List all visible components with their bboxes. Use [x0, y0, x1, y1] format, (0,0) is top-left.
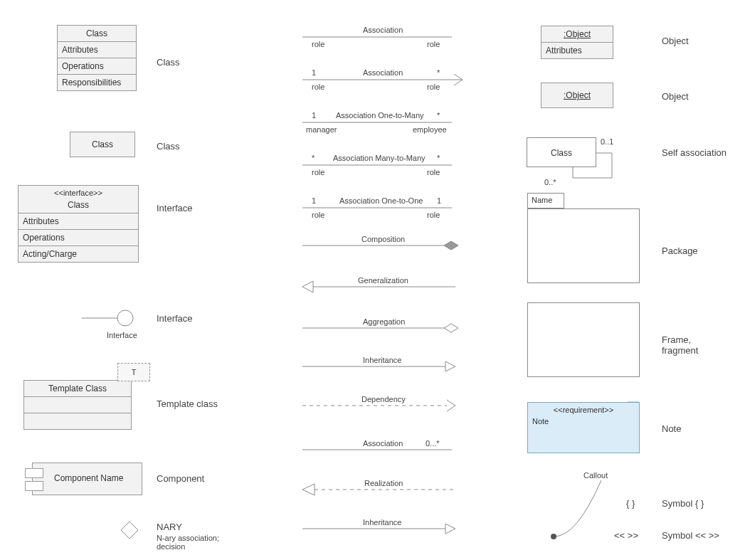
inheritance2-arrow-icon	[445, 524, 455, 534]
note-stereo: <<requirement>>	[528, 403, 639, 417]
inheritance2-label: Inheritance	[363, 518, 401, 527]
assoc5-multL: 1	[312, 196, 316, 205]
assoc4-multL: *	[312, 154, 315, 162]
assoc2-multR: *	[437, 68, 440, 77]
object2-title: :Object	[541, 83, 613, 107]
class-simple-title: Class	[70, 132, 134, 157]
assoc2-roleL: role	[312, 83, 324, 91]
template-title: Template Class	[24, 381, 131, 397]
assoc5-roleL: role	[312, 211, 324, 219]
assoc3-roleL: manager	[306, 125, 337, 134]
class-full-resp: Responsibilities	[58, 75, 136, 90]
class-full-title: Class	[58, 26, 136, 42]
object2-box: :Object	[541, 83, 613, 108]
assoc1-roleL: role	[312, 40, 324, 48]
assoc2-roleR: role	[427, 83, 440, 91]
interface-title: Class	[19, 197, 138, 213]
label-object2: Object	[662, 91, 689, 102]
note-box: <<requirement>> Note	[527, 402, 640, 453]
assoc2-arrow-icon	[454, 74, 463, 85]
package-tab: Name	[527, 193, 564, 208]
template-class-box: Template Class	[23, 380, 132, 430]
class-full-attr: Attributes	[58, 42, 136, 58]
class-full-box: Class Attributes Operations Responsibili…	[57, 25, 137, 91]
label-interface2: Interface	[157, 313, 193, 324]
template-row2	[24, 413, 131, 429]
inheritance-arrow-icon	[445, 361, 455, 371]
assoc5-multR: 1	[437, 196, 441, 205]
label-symbol-braces: Symbol { }	[662, 498, 704, 509]
frame-body	[527, 302, 640, 377]
interface-ops: Operations	[19, 230, 138, 246]
callout-curve	[554, 480, 601, 537]
label-frame: Frame, fragment	[662, 334, 726, 356]
note-body: Note	[528, 417, 639, 426]
interface-attr: Attributes	[19, 213, 138, 230]
assoc1-label: Association	[363, 26, 403, 34]
label-interface1: Interface	[157, 203, 193, 213]
inheritance-label: Inheritance	[363, 356, 401, 364]
label-selfassoc: Self association	[662, 147, 726, 158]
assoc2-label: Association	[363, 68, 403, 77]
assoc4-roleL: role	[312, 168, 324, 176]
assoc4-multR: *	[437, 154, 440, 162]
assoc-mult-mult: 0...*	[426, 439, 440, 448]
realization-arrow-icon	[302, 484, 315, 495]
class-simple-box: Class	[70, 132, 135, 157]
selfassoc-mult-top: 0..1	[601, 137, 613, 146]
label-class1: Class	[157, 57, 180, 68]
callout-dot-icon	[551, 534, 556, 539]
package-body	[527, 208, 640, 283]
generalization-arrow-icon	[302, 281, 313, 292]
template-param: T	[117, 363, 150, 381]
symbol-angles: << >>	[614, 530, 638, 541]
component-box: Component Name	[32, 463, 142, 495]
interface-stereo: <<interface>>	[19, 186, 138, 197]
component-port1-icon	[25, 468, 43, 478]
assoc4-label: Association Many-to-Many	[333, 154, 426, 162]
label-package: Package	[662, 245, 698, 256]
class-full-ops: Operations	[58, 58, 136, 75]
object1-title: :Object	[541, 26, 613, 43]
label-nary: NARY	[157, 522, 182, 532]
assoc5-roleR: role	[427, 211, 440, 219]
assoc4-roleR: role	[427, 168, 440, 176]
assoc3-roleR: employee	[413, 125, 447, 134]
label-object1: Object	[662, 36, 689, 46]
selfassoc-mult-bot: 0..*	[544, 178, 556, 186]
realization-label: Realization	[364, 479, 403, 487]
template-row1	[24, 397, 131, 413]
composition-label: Composition	[361, 235, 405, 243]
label-component: Component	[157, 473, 204, 484]
selfassoc-class-box: Class	[527, 137, 596, 167]
uml-notation-diagram: Class Attributes Operations Responsibili…	[7, 7, 745, 560]
component-port2-icon	[25, 481, 43, 491]
component-title: Component Name	[33, 463, 142, 486]
label-class2: Class	[157, 141, 180, 152]
assoc2-multL: 1	[312, 68, 316, 77]
assoc5-label: Association One-to-One	[339, 196, 423, 205]
symbol-braces: { }	[626, 498, 635, 509]
label-symbol-angles: Symbol << >>	[662, 530, 719, 541]
callout-text: Callout	[583, 471, 608, 480]
assoc3-multL: 1	[312, 111, 316, 120]
dependency-label: Dependency	[361, 395, 406, 403]
object1-box: :Object Attributes	[541, 26, 613, 59]
object1-attr: Attributes	[541, 43, 613, 58]
generalization-label: Generalization	[358, 276, 408, 285]
interface-acting: Acting/Charge	[19, 246, 138, 262]
label-nary-sub: N-ary association; decision	[157, 534, 249, 551]
assoc3-multR: *	[437, 111, 440, 120]
assoc-mult-label: Association	[363, 439, 403, 448]
assoc1-roleR: role	[427, 40, 440, 48]
aggregation-label: Aggregation	[363, 317, 405, 326]
lollipop-circle-icon	[117, 310, 133, 326]
aggregation-diamond-icon	[444, 324, 458, 332]
lollipop-label: Interface	[107, 331, 137, 339]
assoc3-label: Association One-to-Many	[336, 111, 424, 120]
nary-diamond-icon	[121, 522, 138, 539]
label-template: Template class	[157, 398, 218, 409]
label-note: Note	[662, 423, 681, 434]
composition-diamond-icon	[444, 241, 458, 250]
dependency-arrow-icon	[447, 400, 455, 411]
